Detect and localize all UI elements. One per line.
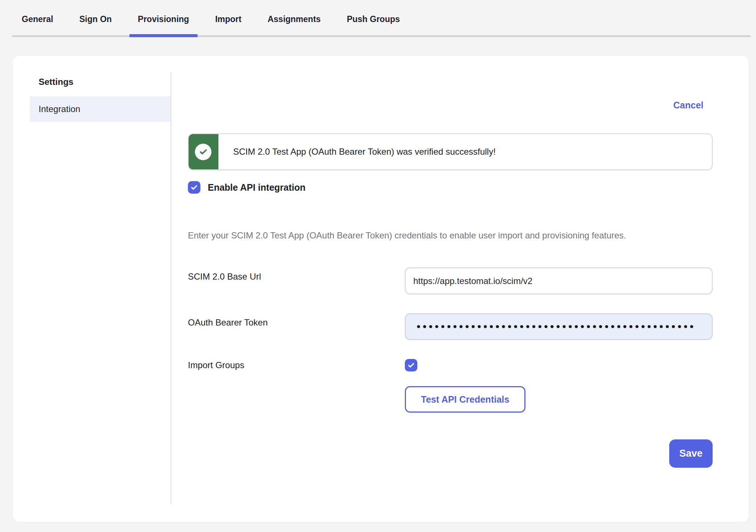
import-groups-label: Import Groups xyxy=(188,359,405,371)
success-banner-accent xyxy=(188,133,218,170)
sidebar-item-integration[interactable]: Integration xyxy=(30,96,171,122)
success-banner: SCIM 2.0 Test App (OAuth Bearer Token) w… xyxy=(188,133,713,170)
cancel-row: Cancel xyxy=(188,100,713,113)
sidebar-heading: Settings xyxy=(39,76,171,87)
sidebar-item-label: Integration xyxy=(39,104,80,114)
app-tabbar: General Sign On Provisioning Import Assi… xyxy=(12,0,750,37)
enable-api-label: Enable API integration xyxy=(208,182,306,193)
checkmark-icon xyxy=(190,183,198,191)
provisioning-description: Enter your SCIM 2.0 Test App (OAuth Bear… xyxy=(188,227,703,244)
save-row: Save xyxy=(188,439,713,468)
token-field-row: OAuth Bearer Token xyxy=(188,313,713,340)
test-api-credentials-button[interactable]: Test API Credentials xyxy=(405,386,525,413)
sidebar-divider xyxy=(171,72,171,504)
integration-settings-panel: Cancel SCIM 2.0 Test App (OAuth Bearer T… xyxy=(171,56,749,522)
base-url-input[interactable] xyxy=(405,267,713,294)
import-groups-checkbox[interactable] xyxy=(405,359,417,371)
token-label: OAuth Bearer Token xyxy=(188,313,405,340)
tab-push-groups[interactable]: Push Groups xyxy=(338,11,408,35)
tab-sign-on[interactable]: Sign On xyxy=(71,11,120,35)
save-button[interactable]: Save xyxy=(669,439,713,468)
success-banner-message: SCIM 2.0 Test App (OAuth Bearer Token) w… xyxy=(233,147,496,157)
tab-general[interactable]: General xyxy=(13,11,62,35)
check-circle-icon xyxy=(195,144,211,160)
provisioning-card: Settings Integration Cancel SCIM 2.0 Tes… xyxy=(13,56,749,522)
tab-assignments[interactable]: Assignments xyxy=(259,11,329,35)
checkmark-icon xyxy=(407,361,415,369)
tab-import[interactable]: Import xyxy=(207,11,250,35)
settings-sidebar: Settings Integration xyxy=(13,56,171,522)
cancel-link[interactable]: Cancel xyxy=(673,100,703,111)
tab-provisioning[interactable]: Provisioning xyxy=(129,11,197,35)
enable-api-row: Enable API integration xyxy=(188,181,713,194)
import-groups-row: Import Groups xyxy=(188,359,713,371)
enable-api-checkbox[interactable] xyxy=(188,181,200,194)
oauth-token-input[interactable] xyxy=(405,313,713,340)
test-credentials-row: Test API Credentials xyxy=(188,386,713,413)
base-url-label: SCIM 2.0 Base Url xyxy=(188,267,405,294)
base-url-field-row: SCIM 2.0 Base Url xyxy=(188,267,713,294)
